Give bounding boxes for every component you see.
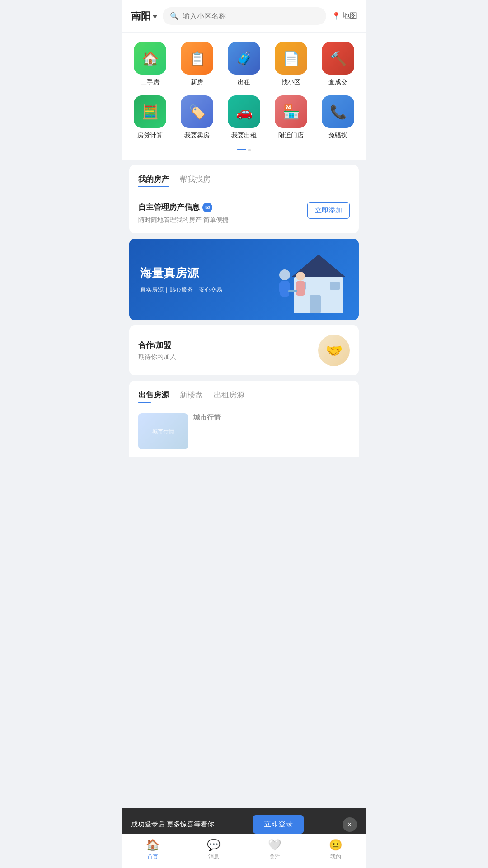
page-indicator — [127, 149, 361, 151]
icon-sell-house[interactable]: 🏷️ 我要卖房 — [177, 95, 217, 140]
banner-title: 海量真房源 — [140, 265, 222, 281]
property-tabs: 我的房产 帮我找房 — [138, 174, 350, 193]
svg-rect-7 — [279, 283, 283, 292]
icon-nearby-store[interactable]: 🏪 附近门店 — [271, 95, 311, 140]
icon-label-check-deal: 查成交 — [328, 78, 347, 86]
quick-icons-row2: 🧮 房贷计算 🏷️ 我要卖房 🚗 我要出租 🏪 附近门店 📞 免骚扰 — [127, 95, 361, 140]
coop-subtitle: 期待你的加入 — [138, 353, 176, 361]
add-property-button[interactable]: 立即添加 — [307, 202, 350, 219]
svg-rect-2 — [310, 295, 321, 313]
icon-circle-nearby-store: 🏪 — [275, 95, 307, 128]
icon-label-second-hand: 二手房 — [141, 78, 160, 86]
coop-title: 合作/加盟 — [138, 340, 176, 350]
map-icon: 📍 — [332, 12, 341, 20]
property-title: 自主管理房产信息 ✉ — [138, 202, 229, 212]
map-button[interactable]: 📍 地图 — [332, 11, 357, 21]
coop-text: 合作/加盟 期待你的加入 — [138, 340, 176, 361]
banner-illustration — [258, 241, 348, 318]
svg-rect-10 — [296, 281, 305, 296]
icon-circle-check-deal: 🔨 — [322, 42, 354, 75]
icon-new-house[interactable]: 📋 新房 — [177, 42, 217, 86]
listing-image: 城市行情 — [138, 413, 188, 449]
icon-find-community[interactable]: 📄 找小区 — [271, 42, 311, 86]
property-card: 我的房产 帮我找房 自主管理房产信息 ✉ 随时随地管理我的房产 简单便捷 立即添… — [129, 165, 359, 233]
property-info: 自主管理房产信息 ✉ 随时随地管理我的房产 简单便捷 立即添加 — [138, 202, 350, 224]
search-icon: 🔍 — [170, 12, 179, 20]
listing-tab-underline — [138, 402, 151, 403]
header: 南阳 🔍 📍 地图 — [122, 0, 366, 32]
icon-no-disturb[interactable]: 📞 免骚扰 — [318, 95, 358, 140]
icon-circle-rent: 🧳 — [228, 42, 260, 75]
listing-tab-new[interactable]: 新楼盘 — [180, 390, 203, 406]
icon-circle-mortgage-calc: 🧮 — [134, 95, 166, 128]
svg-point-5 — [279, 269, 290, 280]
banner-subtitle: 真实房源｜贴心服务｜安心交易 — [140, 286, 222, 294]
search-input[interactable] — [183, 12, 319, 20]
listing-title: 城市行情 — [193, 413, 221, 422]
icon-label-rent-out: 我要出租 — [231, 132, 257, 140]
icon-label-mortgage-calc: 房贷计算 — [137, 132, 163, 140]
listing-thumbnail: 城市行情 — [138, 413, 188, 449]
svg-point-9 — [296, 272, 305, 281]
property-text: 自主管理房产信息 ✉ 随时随地管理我的房产 简单便捷 — [138, 202, 229, 224]
svg-rect-4 — [330, 282, 340, 290]
icon-check-deal[interactable]: 🔨 查成交 — [318, 42, 358, 86]
icon-rent[interactable]: 🧳 出租 — [224, 42, 264, 86]
icon-mortgage-calc[interactable]: 🧮 房贷计算 — [130, 95, 170, 140]
icon-circle-rent-out: 🚗 — [228, 95, 260, 128]
svg-rect-11 — [288, 290, 297, 292]
messenger-icon: ✉ — [202, 203, 212, 212]
listing-details: 城市行情 — [193, 413, 221, 449]
search-bar[interactable]: 🔍 — [163, 7, 326, 25]
quick-icons-row1: 🏠 二手房 📋 新房 🧳 出租 📄 找小区 🔨 查成交 — [127, 42, 361, 86]
icon-label-new-house: 新房 — [191, 78, 203, 86]
coop-icon: 🤝 — [318, 335, 350, 366]
icon-label-sell-house: 我要卖房 — [184, 132, 210, 140]
property-subtitle: 随时随地管理我的房产 简单便捷 — [138, 216, 229, 224]
icon-circle-new-house: 📋 — [181, 42, 213, 75]
icon-label-no-disturb: 免骚扰 — [328, 132, 347, 140]
dot-active — [237, 149, 246, 150]
dropdown-arrow-icon — [153, 15, 157, 19]
listing-preview: 城市行情 城市行情 — [138, 413, 350, 457]
listings-section: 出售房源新楼盘出租房源 城市行情 城市行情 — [129, 381, 359, 457]
listing-tab-rent[interactable]: 出租房源 — [214, 390, 244, 406]
icon-circle-second-hand: 🏠 — [134, 42, 166, 75]
icon-circle-sell-house: 🏷️ — [181, 95, 213, 128]
promo-banner[interactable]: 海量真房源 真实房源｜贴心服务｜安心交易 — [129, 239, 359, 320]
banner-text: 海量真房源 真实房源｜贴心服务｜安心交易 — [140, 265, 222, 294]
icon-second-hand[interactable]: 🏠 二手房 — [130, 42, 170, 86]
listings-tabs: 出售房源新楼盘出租房源 — [138, 390, 350, 406]
icon-label-nearby-store: 附近门店 — [278, 132, 304, 140]
city-name: 南阳 — [131, 9, 151, 23]
city-selector[interactable]: 南阳 — [131, 9, 157, 23]
listing-tab-sale[interactable]: 出售房源 — [138, 390, 169, 406]
icon-label-rent: 出租 — [238, 78, 250, 86]
icon-rent-out[interactable]: 🚗 我要出租 — [224, 95, 264, 140]
icon-circle-no-disturb: 📞 — [322, 95, 354, 128]
icon-circle-find-community: 📄 — [275, 42, 307, 75]
icon-label-find-community: 找小区 — [282, 78, 300, 86]
tab-my-property[interactable]: 我的房产 — [138, 174, 169, 187]
dot-inactive — [248, 149, 251, 151]
cooperation-card[interactable]: 合作/加盟 期待你的加入 🤝 — [129, 326, 359, 375]
quick-icons-section: 🏠 二手房 📋 新房 🧳 出租 📄 找小区 🔨 查成交 🧮 房贷计算 🏷️ 我要… — [122, 33, 366, 160]
tab-find-house[interactable]: 帮我找房 — [180, 174, 211, 187]
